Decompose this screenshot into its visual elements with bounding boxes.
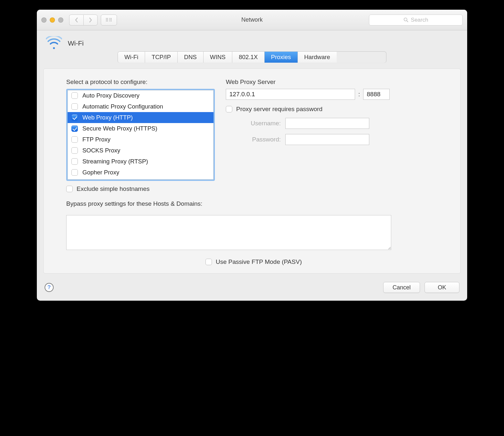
protocol-checkbox[interactable] <box>71 147 78 154</box>
tab-wins[interactable]: WINS <box>204 52 232 63</box>
username-input[interactable] <box>285 118 369 129</box>
close-window-button[interactable] <box>41 17 47 23</box>
protocol-checkbox[interactable] <box>71 136 78 143</box>
requires-password-label: Proxy server requires password <box>236 106 322 113</box>
protocol-row[interactable]: Web Proxy (HTTP) <box>68 112 214 123</box>
pasv-checkbox[interactable] <box>205 259 212 265</box>
password-input[interactable] <box>285 134 369 145</box>
protocol-listbox[interactable]: Auto Proxy DiscoveryAutomatic Proxy Conf… <box>66 89 215 181</box>
chevron-left-icon <box>75 17 79 23</box>
tab-dns[interactable]: DNS <box>178 52 204 63</box>
svg-line-1 <box>406 21 408 22</box>
back-button[interactable] <box>69 15 83 26</box>
protocol-label: Secure Web Proxy (HTTPS) <box>82 125 157 132</box>
protocol-row[interactable]: SOCKS Proxy <box>68 145 214 156</box>
protocol-row[interactable]: Secure Web Proxy (HTTPS) <box>68 123 214 134</box>
protocol-label: FTP Proxy <box>82 136 110 143</box>
proxy-host-input[interactable] <box>226 89 355 100</box>
tab-8021x[interactable]: 802.1X <box>232 52 265 63</box>
tab-bar: Wi-FiTCP/IPDNSWINS802.1XProxiesHardware <box>118 52 386 63</box>
panel-header: Wi-Fi <box>37 30 467 52</box>
panel-name: Wi-Fi <box>68 39 84 47</box>
protocol-label: Streaming Proxy (RTSP) <box>82 158 148 165</box>
protocol-label: Gopher Proxy <box>82 169 119 176</box>
tab-hardware[interactable]: Hardware <box>298 52 337 63</box>
network-preferences-window: ⠿⠿ Network Search Wi-Fi Wi-FiTCP/IPDNSWI… <box>37 10 467 301</box>
wifi-icon <box>46 36 62 50</box>
cancel-button[interactable]: Cancel <box>383 282 420 293</box>
search-placeholder: Search <box>411 17 428 23</box>
protocol-row[interactable]: Automatic Proxy Configuration <box>68 101 214 112</box>
protocol-row[interactable]: Gopher Proxy <box>68 167 214 178</box>
protocol-checkbox[interactable] <box>71 169 78 176</box>
protocol-label: Automatic Proxy Configuration <box>82 103 163 110</box>
protocol-checkbox[interactable] <box>71 125 78 132</box>
bypass-textarea[interactable] <box>66 215 391 250</box>
protocol-row[interactable]: FTP Proxy <box>68 134 214 145</box>
pasv-label: Use Passive FTP Mode (PASV) <box>216 258 302 265</box>
tab-tcpip[interactable]: TCP/IP <box>145 52 178 63</box>
proxies-panel: Select a protocol to configure: Auto Pro… <box>43 68 461 274</box>
exclude-simple-checkbox[interactable] <box>66 186 73 192</box>
username-label: Username: <box>226 120 281 127</box>
traffic-lights <box>41 17 63 23</box>
search-icon <box>404 17 408 22</box>
forward-button[interactable] <box>83 15 98 26</box>
protocol-label: Auto Proxy Discovery <box>82 92 140 99</box>
minimize-window-button[interactable] <box>50 17 55 23</box>
titlebar: ⠿⠿ Network Search <box>37 10 467 30</box>
proxy-port-input[interactable] <box>363 89 390 100</box>
password-label: Password: <box>226 136 281 143</box>
chevron-right-icon <box>89 17 92 23</box>
ok-button[interactable]: OK <box>425 282 459 293</box>
requires-password-checkbox[interactable] <box>226 106 232 112</box>
grid-icon: ⠿⠿ <box>105 17 112 23</box>
protocol-checkbox[interactable] <box>71 103 78 110</box>
host-port-separator: : <box>358 91 360 98</box>
nav-back-forward <box>69 15 98 26</box>
tab-wifi[interactable]: Wi-Fi <box>118 52 145 63</box>
svg-point-0 <box>404 18 407 21</box>
show-all-button[interactable]: ⠿⠿ <box>101 15 117 26</box>
tab-proxies[interactable]: Proxies <box>265 52 298 63</box>
protocol-row[interactable]: Streaming Proxy (RTSP) <box>68 156 214 167</box>
exclude-simple-label: Exclude simple hostnames <box>77 185 150 192</box>
protocol-checkbox[interactable] <box>71 92 78 99</box>
protocol-row[interactable]: Auto Proxy Discovery <box>68 90 214 101</box>
protocol-checkbox[interactable] <box>71 158 78 165</box>
bypass-label: Bypass proxy settings for these Hosts & … <box>66 200 441 207</box>
protocol-list-label: Select a protocol to configure: <box>66 78 215 86</box>
help-button[interactable]: ? <box>45 283 54 292</box>
proxy-server-label: Web Proxy Server <box>226 78 441 86</box>
footer: ? Cancel OK <box>37 280 467 301</box>
maximize-window-button[interactable] <box>58 17 63 23</box>
protocol-checkbox[interactable] <box>71 114 78 121</box>
search-input[interactable]: Search <box>369 15 463 26</box>
protocol-label: Web Proxy (HTTP) <box>82 114 133 121</box>
protocol-label: SOCKS Proxy <box>82 147 120 154</box>
